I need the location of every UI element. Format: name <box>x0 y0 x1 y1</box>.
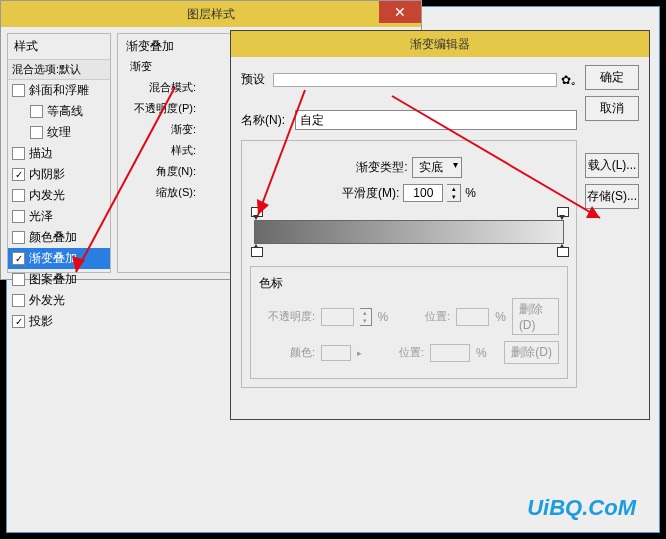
style-item-5[interactable]: 内发光 <box>8 185 110 206</box>
gradient-editor-window: 渐变编辑器 预设 ✿｡ 名称(N): 渐变类型: 实底 平滑度(M): <box>230 30 650 420</box>
preset-label: 预设 <box>241 71 265 88</box>
stop-position-label-2: 位置: <box>368 345 424 360</box>
style-label: 样式: <box>126 143 196 158</box>
color-stop-right[interactable] <box>557 245 567 257</box>
style-item-3[interactable]: 描边 <box>8 143 110 164</box>
style-item-7[interactable]: 颜色叠加 <box>8 227 110 248</box>
stop-color-label: 颜色: <box>259 345 315 360</box>
style-label: 颜色叠加 <box>29 229 77 246</box>
style-checkbox[interactable] <box>12 189 25 202</box>
delete-opacity-button: 删除(D) <box>512 298 559 335</box>
style-checkbox[interactable] <box>12 168 25 181</box>
load-button[interactable]: 载入(L)... <box>585 153 639 178</box>
smooth-label: 平滑度(M): <box>342 185 399 202</box>
smooth-spinner[interactable]: ▴▾ <box>447 184 461 202</box>
opacity-stop-left[interactable] <box>251 207 261 219</box>
style-checkbox[interactable] <box>12 147 25 160</box>
style-item-0[interactable]: 斜面和浮雕 <box>8 80 110 101</box>
type-select[interactable]: 实底 <box>412 157 462 178</box>
close-button[interactable]: ✕ <box>379 1 421 23</box>
layer-style-titlebar: 图层样式 ✕ <box>1 1 421 27</box>
gradient-bar[interactable] <box>254 220 564 244</box>
style-label: 投影 <box>29 313 53 330</box>
style-item-10[interactable]: 外发光 <box>8 290 110 311</box>
angle-label: 角度(N): <box>126 164 196 179</box>
name-input[interactable] <box>295 110 577 130</box>
swatch-header: 色标 <box>259 275 559 292</box>
style-item-4[interactable]: 内阴影 <box>8 164 110 185</box>
scale-label: 缩放(S): <box>126 185 196 200</box>
style-checkbox[interactable] <box>12 315 25 328</box>
stop-opacity-spinner: ▴▾ <box>360 308 372 326</box>
swatch-fieldset: 色标 不透明度: ▴▾ % 位置: % 删除(D) 颜色: ▸ <box>250 266 568 379</box>
style-label: 描边 <box>29 145 53 162</box>
style-checkbox[interactable] <box>12 84 25 97</box>
style-label: 内阴影 <box>29 166 65 183</box>
style-item-6[interactable]: 光泽 <box>8 206 110 227</box>
style-label: 图案叠加 <box>29 271 77 288</box>
style-label: 内发光 <box>29 187 65 204</box>
stop-position-input-2 <box>430 344 470 362</box>
preset-area[interactable] <box>273 73 557 87</box>
stop-color-swatch <box>321 345 351 361</box>
gradient-editor-title: 渐变编辑器 <box>231 36 649 53</box>
style-label: 渐变叠加 <box>29 250 77 267</box>
name-label: 名称(N): <box>241 112 291 129</box>
style-label: 等高线 <box>47 103 83 120</box>
watermark: UiBQ.CoM <box>527 495 636 521</box>
styles-header[interactable]: 样式 <box>8 34 110 59</box>
style-checkbox[interactable] <box>12 252 25 265</box>
style-item-1[interactable]: 等高线 <box>8 101 110 122</box>
save-button[interactable]: 存储(S)... <box>585 184 639 209</box>
style-label: 纹理 <box>47 124 71 141</box>
styles-panel: 样式 混合选项:默认 斜面和浮雕等高线纹理描边内阴影内发光光泽颜色叠加渐变叠加图… <box>7 33 111 273</box>
cancel-button[interactable]: 取消 <box>585 96 639 121</box>
stop-position-input-1 <box>456 308 489 326</box>
smooth-input[interactable] <box>403 184 443 202</box>
style-item-11[interactable]: 投影 <box>8 311 110 332</box>
layer-style-title: 图层样式 <box>1 6 421 23</box>
ok-button[interactable]: 确定 <box>585 65 639 90</box>
style-checkbox[interactable] <box>12 294 25 307</box>
style-item-9[interactable]: 图案叠加 <box>8 269 110 290</box>
delete-color-button: 删除(D) <box>504 341 559 364</box>
stop-opacity-label: 不透明度: <box>259 309 315 324</box>
opacity-label: 不透明度(P): <box>126 101 196 116</box>
style-checkbox[interactable] <box>12 273 25 286</box>
style-checkbox[interactable] <box>30 105 43 118</box>
style-item-2[interactable]: 纹理 <box>8 122 110 143</box>
style-checkbox[interactable] <box>12 210 25 223</box>
gradient-editor-titlebar: 渐变编辑器 <box>231 31 649 57</box>
style-label: 外发光 <box>29 292 65 309</box>
style-checkbox[interactable] <box>30 126 43 139</box>
color-stop-left[interactable] <box>251 245 261 257</box>
style-checkbox[interactable] <box>12 231 25 244</box>
opacity-stop-right[interactable] <box>557 207 567 219</box>
gear-icon[interactable]: ✿｡ <box>561 73 577 87</box>
styles-blend-default[interactable]: 混合选项:默认 <box>8 59 110 80</box>
percent-label: % <box>465 186 476 200</box>
gradient-type-fieldset: 渐变类型: 实底 平滑度(M): ▴▾ % 色标 <box>241 140 577 388</box>
stop-opacity-input <box>321 308 354 326</box>
blend-mode-label: 混合模式: <box>126 80 196 95</box>
gradient-label: 渐变: <box>126 122 196 137</box>
style-label: 斜面和浮雕 <box>29 82 89 99</box>
style-item-8[interactable]: 渐变叠加 <box>8 248 110 269</box>
type-label: 渐变类型: <box>356 159 407 176</box>
stop-position-label-1: 位置: <box>394 309 450 324</box>
style-label: 光泽 <box>29 208 53 225</box>
